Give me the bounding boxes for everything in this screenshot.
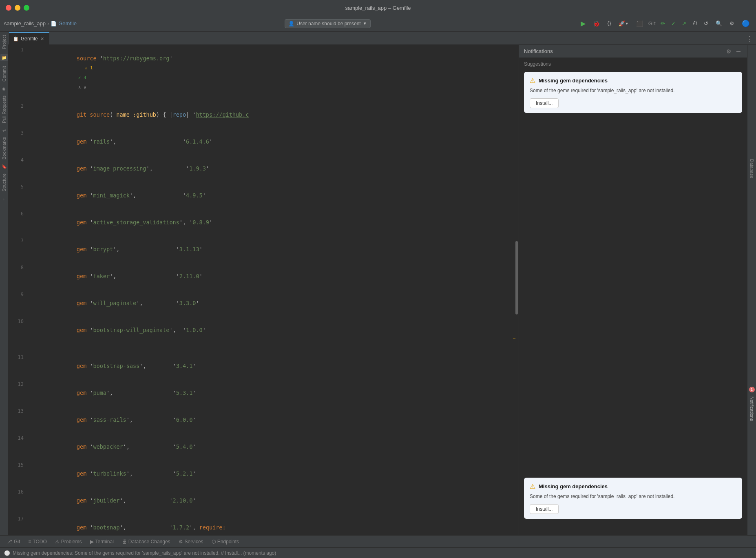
tab-menu-button[interactable]: ⋮	[743, 33, 756, 44]
todo-tab-label: TODO	[33, 539, 46, 545]
scroll-thumb[interactable]	[515, 241, 518, 314]
breadcrumb-separator: ›	[47, 20, 49, 27]
editor-tabs-bar: 📋 Gemfile ✕ ⋮	[8, 32, 756, 45]
code-line-12[interactable]: 12 gem 'puma', '5.3.1'	[8, 379, 519, 406]
sidebar-item-pull-requests[interactable]: Pull Requests	[1, 92, 7, 126]
right-label-database[interactable]: Database	[749, 156, 755, 182]
user-dropdown[interactable]: 👤 User name should be present ▼	[285, 19, 370, 28]
breadcrumb-file[interactable]: Gemfile	[58, 20, 77, 27]
bottom-tab-services[interactable]: ⚙ Services	[175, 538, 207, 545]
search-button[interactable]: 🔍	[714, 19, 724, 28]
status-bar: ⚪ Missing gem dependencies: Some of the …	[0, 547, 756, 558]
notif-body-2: Some of the gems required for 'sample_ra…	[530, 493, 736, 500]
debug-button[interactable]: 🐞	[591, 19, 602, 28]
code-editor[interactable]: 1 source 'https://rubygems.org' ⚠ 1 ✓ 3 …	[8, 45, 519, 535]
breadcrumb-project[interactable]: sample_rails_app	[4, 20, 46, 27]
bottom-tab-todo[interactable]: ≡ TODO	[25, 538, 50, 545]
git-push-button[interactable]: ↗	[680, 19, 688, 28]
sidebar-icon-folder[interactable]: 📁	[0, 54, 8, 61]
git-push-icon: ↗	[682, 20, 686, 27]
tab-label: Gemfile	[21, 36, 38, 42]
editor-body: 1 source 'https://rubygems.org' ⚠ 1 ✓ 3 …	[8, 45, 756, 535]
git-tab-icon: ⎇	[7, 539, 12, 545]
install-button-1[interactable]: Install...	[530, 98, 559, 108]
code-line-8[interactable]: 8 gem 'faker', '2.11.0'	[8, 263, 519, 290]
code-line-5[interactable]: 5 gem 'mini_magick', '4.9.5'	[8, 182, 519, 209]
code-line-3[interactable]: 3 gem 'rails', '6.1.4.6'	[8, 128, 519, 155]
scrollbar[interactable]	[515, 45, 518, 535]
traffic-lights	[6, 5, 29, 11]
bottom-tab-terminal[interactable]: ▶ Terminal	[87, 538, 117, 545]
sidebar-item-bookmarks[interactable]: Bookmarks	[1, 134, 7, 163]
panel-actions: ⚙ ─	[725, 47, 742, 55]
git-tab-label: Git	[14, 539, 20, 545]
status-text: Missing gem dependencies: Some of the ge…	[13, 550, 276, 556]
git-check-button[interactable]: ✓	[669, 19, 678, 28]
commit-icon: ◉	[2, 86, 6, 91]
file-tabs: 📋 Gemfile ✕ ⋮	[8, 32, 756, 45]
breadcrumb: sample_rails_app › 📄 Gemfile	[4, 20, 77, 27]
stop-button[interactable]: ⬛	[634, 19, 645, 28]
panel-close-button[interactable]: ─	[735, 47, 742, 55]
coverage-button[interactable]: ⟨⟩	[605, 19, 613, 28]
sidebar-icon-structure[interactable]: ↓	[3, 195, 5, 202]
pr-icon: ⇄	[2, 128, 6, 133]
sidebar-icon-pr[interactable]: ⇄	[2, 126, 6, 134]
panel-settings-button[interactable]: ⚙	[725, 47, 733, 55]
bottom-tab-problems[interactable]: ⚠ Problems	[52, 538, 85, 545]
terminal-tab-icon: ▶	[90, 539, 94, 545]
code-line-7[interactable]: 7 gem 'bcrypt', '3.1.13'	[8, 236, 519, 263]
code-line-16[interactable]: 16 gem 'jbuilder', '2.10.0'	[8, 487, 519, 514]
git-edit-button[interactable]: ✏	[659, 19, 667, 28]
code-line-2[interactable]: 2 git_source( name :github) { |repo| 'ht…	[8, 101, 519, 128]
git-check-icon: ✓	[671, 20, 676, 27]
user-icon: 👤	[288, 21, 294, 27]
settings-button[interactable]: ⚙	[727, 19, 736, 28]
code-line-6[interactable]: 6 gem 'active_storage_validations', '0.8…	[8, 209, 519, 236]
notif-body-1: Some of the gems required for 'sample_ra…	[530, 87, 736, 94]
git-history-button[interactable]: ⏱	[690, 19, 700, 28]
close-button[interactable]	[6, 5, 11, 11]
git-undo-button[interactable]: ↺	[702, 19, 710, 28]
git-edit-icon: ✏	[661, 20, 665, 27]
services-tab-icon: ⚙	[179, 539, 183, 545]
problems-tab-icon: ⚠	[55, 539, 60, 545]
code-line-10[interactable]: 10 gem 'bootstrap-will_paginate', '1.0.0…	[8, 317, 519, 352]
bottom-tab-git[interactable]: ⎇ Git	[3, 538, 23, 545]
sidebar-icon-bookmark[interactable]: 🔖	[2, 163, 7, 170]
sidebar-item-structure[interactable]: Structure	[1, 170, 7, 195]
sidebar-item-project[interactable]: Project	[1, 32, 7, 52]
sidebar-icon-commit[interactable]: ◉	[0, 85, 8, 92]
search-icon: 🔍	[716, 20, 722, 27]
right-label-notifications[interactable]: Notifications	[749, 393, 755, 424]
settings-icon: ⚙	[729, 20, 734, 27]
code-line-1[interactable]: 1 source 'https://rubygems.org' ⚠ 1 ✓ 3 …	[8, 45, 519, 101]
code-line-13[interactable]: 13 gem 'sass-rails', '6.0.0'	[8, 406, 519, 433]
run-button[interactable]: ▶	[579, 18, 588, 29]
maximize-button[interactable]	[24, 5, 29, 11]
code-line-15[interactable]: 15 gem 'turbolinks', '5.2.1'	[8, 460, 519, 487]
sidebar-item-commit[interactable]: Commit	[1, 63, 7, 85]
code-line-4[interactable]: 4 gem 'image_processing', '1.9.3'	[8, 155, 519, 182]
notification-badge: 1	[749, 387, 755, 392]
notifications-panel: Notifications ⚙ ─ Suggestions ⚠ Missing …	[519, 45, 747, 535]
bottom-toolbar: ⎇ Git ≡ TODO ⚠ Problems ▶ Terminal 🗄 Dat…	[0, 535, 756, 547]
tab-close-button[interactable]: ✕	[40, 36, 45, 42]
notif-title-row-1: ⚠ Missing gem dependencies	[530, 77, 736, 84]
structure-icon: ↓	[3, 196, 5, 201]
deploy-dropdown-button[interactable]: 🚀 ▼	[617, 19, 631, 28]
user-dropdown-label: User name should be present	[296, 21, 360, 27]
code-line-9[interactable]: 9 gem 'will_paginate', '3.3.0'	[8, 290, 519, 317]
install-button-2[interactable]: Install...	[530, 504, 559, 514]
minimize-button[interactable]	[15, 5, 20, 11]
bottom-tab-database-changes[interactable]: 🗄 Database Changes	[119, 538, 174, 545]
tab-gemfile[interactable]: 📋 Gemfile ✕	[9, 32, 49, 44]
bottom-tab-endpoints[interactable]: ⬡ Endpoints	[208, 538, 242, 545]
profile-button[interactable]: 🔵	[740, 18, 752, 29]
todo-tab-icon: ≡	[28, 539, 31, 545]
code-line-14[interactable]: 14 gem 'webpacker', '5.4.0'	[8, 433, 519, 460]
code-line-17[interactable]: 17 gem 'bootsnap', '1.7.2', require:	[8, 514, 519, 535]
warning-icon-2: ⚠	[530, 483, 535, 490]
services-tab-label: Services	[185, 539, 203, 545]
code-line-11[interactable]: 11 gem 'bootstrap-sass', '3.4.1'	[8, 352, 519, 379]
